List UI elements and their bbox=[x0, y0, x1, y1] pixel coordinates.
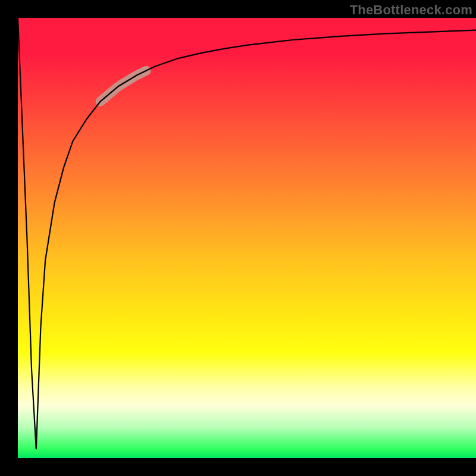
bottleneck-curve bbox=[18, 18, 476, 449]
curve-layer bbox=[18, 18, 476, 458]
highlight-segment bbox=[101, 71, 146, 102]
chart-container: TheBottleneck.com bbox=[0, 0, 476, 476]
attribution-text: TheBottleneck.com bbox=[350, 2, 472, 18]
